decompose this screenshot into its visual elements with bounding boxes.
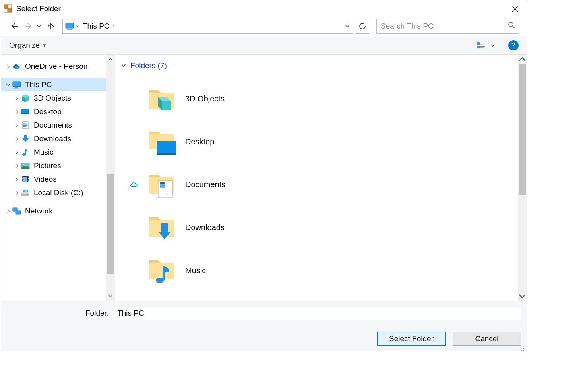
folder-name-row: Folder: <box>85 307 521 320</box>
help-button[interactable]: ? <box>508 40 519 50</box>
navigation-bar: › This PC › <box>1 16 527 36</box>
svg-rect-54 <box>157 153 176 155</box>
expand-icon[interactable] <box>13 137 20 141</box>
svg-rect-11 <box>480 43 485 43</box>
svg-rect-46 <box>25 190 27 192</box>
expand-icon[interactable] <box>13 150 20 155</box>
folder-item-3d-objects[interactable]: 3D Objects <box>128 77 515 120</box>
address-history-dropdown[interactable] <box>342 24 353 29</box>
tree-item-network[interactable]: Network <box>1 204 106 218</box>
folder-item-downloads[interactable]: Downloads <box>128 206 515 249</box>
folder-item-desktop[interactable]: Desktop <box>128 120 515 163</box>
dialog-window: Select Folder › This PC › <box>1 1 527 351</box>
svg-point-8 <box>509 22 513 27</box>
collapse-icon[interactable] <box>121 61 126 70</box>
svg-rect-47 <box>27 190 28 192</box>
tree-item-documents[interactable]: Documents <box>1 118 106 132</box>
svg-point-67 <box>525 348 525 349</box>
back-button[interactable] <box>8 20 20 32</box>
change-view-button[interactable] <box>474 39 488 51</box>
folder-documents-icon: A= <box>147 169 178 200</box>
cancel-button[interactable]: Cancel <box>453 332 521 346</box>
scroll-thumb[interactable] <box>519 64 526 195</box>
svg-rect-13 <box>480 46 485 47</box>
view-dropdown-button[interactable] <box>488 43 497 48</box>
expand-icon[interactable] <box>13 164 20 168</box>
close-button[interactable] <box>506 2 524 15</box>
expand-icon[interactable] <box>13 110 20 114</box>
folder-music-icon <box>147 255 178 286</box>
up-button[interactable] <box>45 20 57 32</box>
folder-label: 3D Objects <box>185 94 225 103</box>
address-bar[interactable]: › This PC › <box>62 19 353 34</box>
tree-item-label: Network <box>25 207 53 215</box>
group-label: Folders (7) <box>130 61 167 70</box>
chevron-down-icon: ▼ <box>42 43 47 48</box>
tree-item-downloads[interactable]: Downloads <box>1 132 106 146</box>
toolbar: Organize ▼ ? <box>1 36 527 55</box>
svg-rect-62 <box>161 223 168 233</box>
tree-item-local-disk[interactable]: Local Disk (C:) <box>1 186 106 200</box>
group-header-folders[interactable]: Folders (7) <box>118 61 515 70</box>
tree-item-desktop[interactable]: Desktop <box>1 105 106 118</box>
svg-rect-34 <box>22 177 23 177</box>
documents-icon <box>20 120 31 130</box>
downloads-icon <box>20 134 31 144</box>
folder-list: 3D Objects Desktop A <box>118 70 515 292</box>
svg-rect-57 <box>160 182 165 184</box>
disk-icon <box>20 188 31 198</box>
tree-item-this-pc[interactable]: This PC <box>1 78 106 91</box>
organize-button[interactable]: Organize ▼ <box>9 41 47 50</box>
window-title: Select Folder <box>16 4 506 13</box>
cube-icon <box>20 93 31 103</box>
tree-item-3d-objects[interactable]: 3D Objects <box>1 91 106 105</box>
expand-icon[interactable] <box>13 191 20 195</box>
tree-item-label: Desktop <box>34 107 62 116</box>
scroll-down-icon[interactable] <box>106 292 115 301</box>
select-folder-button[interactable]: Select Folder <box>377 332 446 346</box>
tree-item-videos[interactable]: Videos <box>1 173 106 186</box>
recent-locations-button[interactable] <box>35 20 43 32</box>
tree-item-music[interactable]: Music <box>1 146 106 159</box>
scroll-up-icon[interactable] <box>106 55 115 64</box>
folder-name-input[interactable] <box>113 307 521 320</box>
svg-rect-42 <box>23 177 27 182</box>
expand-icon[interactable] <box>13 177 20 182</box>
search-box[interactable] <box>376 19 519 34</box>
svg-rect-38 <box>28 177 29 177</box>
tree-item-label: Local Disk (C:) <box>34 188 83 197</box>
svg-rect-44 <box>22 192 29 194</box>
tree-item-label: Downloads <box>34 134 71 143</box>
tree-item-label: Videos <box>34 175 57 184</box>
folder-name-label: Folder: <box>85 309 109 318</box>
pictures-icon <box>20 161 31 171</box>
tree-scrollbar[interactable] <box>106 55 115 301</box>
folder-label: Downloads <box>185 223 225 232</box>
svg-rect-53 <box>157 141 176 155</box>
scroll-up-icon[interactable] <box>518 55 527 64</box>
scroll-down-icon[interactable] <box>518 292 527 301</box>
tree-item-onedrive[interactable]: OneDrive - Person <box>1 60 106 73</box>
tree-item-pictures[interactable]: Pictures <box>1 159 106 173</box>
expand-icon[interactable] <box>13 123 20 128</box>
svg-rect-51 <box>14 212 16 212</box>
expand-icon[interactable] <box>4 64 12 69</box>
forward-button[interactable] <box>23 20 35 32</box>
expand-icon[interactable] <box>13 96 20 101</box>
resize-grip[interactable] <box>520 345 526 351</box>
navigation-tree: OneDrive - Person This PC 3D Objects <box>1 55 115 301</box>
search-input[interactable] <box>381 22 508 31</box>
folder-item-music[interactable]: Music <box>128 249 515 292</box>
svg-rect-45 <box>23 190 25 192</box>
refresh-button[interactable] <box>356 19 369 34</box>
expand-icon[interactable] <box>4 209 12 213</box>
folder-item-documents[interactable]: A= Documents <box>128 163 515 206</box>
folder-label: Desktop <box>185 137 214 146</box>
collapse-icon[interactable] <box>4 83 12 87</box>
videos-icon <box>20 174 31 184</box>
scroll-thumb[interactable] <box>107 174 114 274</box>
folder-label: Music <box>185 266 206 275</box>
content-scrollbar[interactable] <box>518 55 527 301</box>
folder-downloads-icon <box>147 212 178 243</box>
breadcrumb-segment[interactable]: This PC <box>82 22 110 31</box>
